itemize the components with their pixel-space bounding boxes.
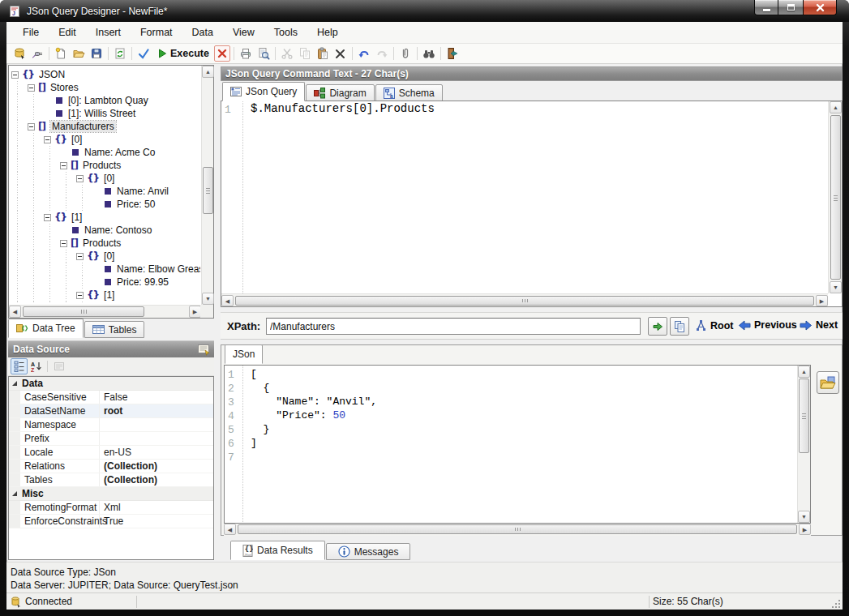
delete-button[interactable] bbox=[332, 45, 349, 62]
collapse-icon[interactable] bbox=[60, 162, 67, 169]
results-horizontal-scrollbar[interactable]: ◀ ▶ bbox=[224, 524, 811, 536]
tab-diagram[interactable]: Diagram bbox=[306, 84, 374, 101]
results-editor[interactable]: 1 2 3 4 5 6 7 [ { "Name": "Anvil", "Pric… bbox=[224, 365, 811, 524]
tab-tables[interactable]: Tables bbox=[84, 321, 145, 338]
tab-json-result[interactable]: JSon bbox=[225, 344, 263, 364]
collapse-icon[interactable] bbox=[60, 240, 67, 247]
scroll-right-arrow[interactable]: ▶ bbox=[816, 295, 828, 306]
tab-schema[interactable]: a Schema bbox=[375, 84, 443, 101]
property-row[interactable]: DataSetNameroot bbox=[9, 404, 213, 418]
xpath-copy-button[interactable] bbox=[670, 317, 689, 336]
save-button[interactable] bbox=[88, 45, 105, 62]
tab-data-results[interactable]: {}JSon Data Results bbox=[230, 541, 325, 560]
data-source-button[interactable] bbox=[11, 45, 28, 62]
scroll-left-arrow[interactable]: ◀ bbox=[221, 295, 234, 306]
results-code-area[interactable]: [ { "Name": "Anvil", "Price": 50 } ] bbox=[244, 366, 797, 522]
tree-node[interactable]: Name: Elbow Grease bbox=[10, 263, 200, 276]
execute-button[interactable]: Execute bbox=[152, 48, 213, 59]
scrollbar-thumb[interactable] bbox=[830, 115, 841, 280]
code-line[interactable]: $.Manufacturers[0].Products bbox=[251, 102, 828, 116]
category-expand-icon[interactable] bbox=[12, 381, 17, 386]
property-category[interactable]: Misc bbox=[9, 487, 213, 501]
scroll-left-arrow[interactable]: ◀ bbox=[224, 524, 236, 535]
menu-item-view[interactable]: View bbox=[223, 23, 264, 42]
categorized-button[interactable] bbox=[11, 358, 28, 374]
tree-vertical-scrollbar[interactable]: ▲ ▼ bbox=[201, 66, 213, 305]
exit-button[interactable] bbox=[444, 45, 461, 62]
tree-node[interactable]: [0]: Lambton Quay bbox=[10, 94, 200, 107]
tab-json-query[interactable]: JSon Query bbox=[222, 82, 305, 101]
property-row[interactable]: Tables(Collection) bbox=[9, 473, 213, 487]
tree-node[interactable]: {}JSON bbox=[10, 68, 200, 81]
tree-node[interactable]: {}[0] bbox=[10, 172, 200, 185]
refresh-button[interactable] bbox=[111, 45, 129, 62]
property-row[interactable]: Relations(Collection) bbox=[9, 460, 213, 473]
attach-button[interactable] bbox=[397, 45, 414, 62]
copy-button[interactable] bbox=[296, 45, 314, 62]
scrollbar-thumb[interactable] bbox=[799, 379, 809, 453]
collapse-icon[interactable] bbox=[28, 123, 35, 130]
query-editor[interactable]: 1 $.Manufacturers[0].Products ▲ ▼ ◀ ▶ bbox=[221, 101, 843, 307]
tree-node[interactable]: []Stores bbox=[10, 81, 200, 94]
tree-node[interactable]: [1]: Willis Street bbox=[10, 107, 200, 120]
scroll-right-arrow[interactable]: ▶ bbox=[189, 306, 201, 318]
tree-node[interactable]: {}[0] bbox=[10, 133, 200, 146]
scroll-down-arrow[interactable]: ▼ bbox=[830, 281, 842, 293]
xpath-next-button[interactable]: Next bbox=[800, 319, 838, 331]
property-row[interactable]: EnforceConstraintsTrue bbox=[9, 515, 213, 528]
properties-icon[interactable] bbox=[197, 344, 211, 356]
property-row[interactable]: Namespace bbox=[9, 418, 213, 432]
collapse-icon[interactable] bbox=[28, 84, 35, 92]
collapse-icon[interactable] bbox=[44, 214, 51, 221]
query-code-area[interactable]: $.Manufacturers[0].Products bbox=[244, 101, 828, 293]
tab-messages[interactable]: Messages bbox=[326, 543, 411, 560]
scrollbar-thumb[interactable] bbox=[238, 524, 797, 534]
menu-item-insert[interactable]: Insert bbox=[86, 23, 131, 42]
category-expand-icon[interactable] bbox=[12, 491, 17, 496]
property-row[interactable]: Localeen-US bbox=[9, 446, 213, 460]
scroll-up-arrow[interactable]: ▲ bbox=[798, 366, 810, 378]
open-file-button[interactable] bbox=[70, 45, 88, 62]
tree-node[interactable]: {}[1] bbox=[10, 211, 200, 224]
alphabetical-sort-button[interactable]: AZ bbox=[28, 358, 45, 374]
close-button[interactable] bbox=[803, 0, 837, 15]
property-category[interactable]: Data bbox=[9, 377, 213, 391]
collapse-icon[interactable] bbox=[11, 71, 19, 79]
property-row[interactable]: Prefix bbox=[9, 432, 213, 446]
menu-item-file[interactable]: File bbox=[13, 23, 49, 42]
scrollbar-thumb[interactable] bbox=[235, 296, 814, 306]
new-file-button[interactable] bbox=[52, 45, 70, 62]
property-row[interactable]: RemotingFormatXml bbox=[9, 501, 213, 515]
paste-button[interactable] bbox=[314, 45, 332, 62]
menu-item-tools[interactable]: Tools bbox=[264, 23, 307, 42]
query-vertical-scrollbar[interactable]: ▲ ▼ bbox=[828, 101, 842, 293]
tree-node[interactable]: []Products bbox=[10, 159, 200, 172]
cut-button[interactable] bbox=[278, 45, 296, 62]
scroll-up-arrow[interactable]: ▲ bbox=[830, 101, 842, 113]
connect-button[interactable] bbox=[28, 45, 46, 62]
scroll-down-arrow[interactable]: ▼ bbox=[798, 511, 810, 523]
results-vertical-scrollbar[interactable]: ▲ ▼ bbox=[797, 366, 810, 523]
query-horizontal-scrollbar[interactable]: ◀ ▶ bbox=[221, 293, 828, 306]
collapse-icon[interactable] bbox=[76, 292, 84, 299]
tree-node[interactable]: Name: Contoso bbox=[10, 224, 200, 237]
vertical-splitter[interactable] bbox=[214, 65, 221, 560]
minimize-button[interactable] bbox=[754, 0, 778, 15]
resize-grip[interactable] bbox=[831, 598, 842, 609]
find-button[interactable] bbox=[420, 45, 438, 62]
xpath-go-button[interactable] bbox=[648, 317, 667, 336]
export-results-button[interactable] bbox=[817, 371, 839, 394]
menu-item-data[interactable]: Data bbox=[182, 23, 223, 42]
xpath-input[interactable] bbox=[266, 318, 641, 335]
tree-node[interactable]: []Manufacturers bbox=[10, 120, 200, 133]
scrollbar-thumb[interactable] bbox=[203, 167, 213, 214]
print-button[interactable] bbox=[237, 45, 255, 62]
tree-node[interactable]: {}[0] bbox=[10, 250, 200, 263]
collapse-icon[interactable] bbox=[44, 136, 51, 143]
validate-button[interactable] bbox=[135, 45, 152, 62]
redo-button[interactable] bbox=[373, 45, 391, 62]
tree-node[interactable]: {}[1] bbox=[10, 289, 200, 302]
tree-node[interactable]: []Products bbox=[10, 237, 200, 250]
tab-data-tree[interactable]: Data Tree bbox=[8, 319, 84, 338]
undo-button[interactable] bbox=[355, 45, 373, 62]
